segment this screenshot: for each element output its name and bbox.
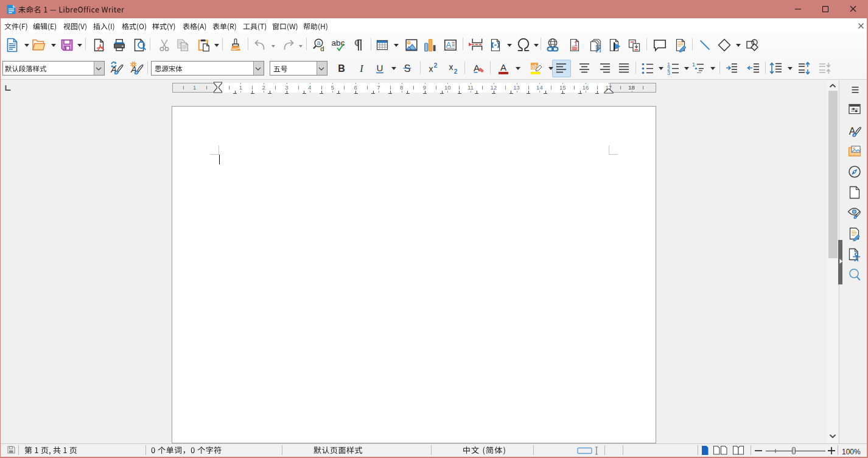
svg-text:U: U: [377, 63, 383, 73]
svg-text:x: x: [449, 62, 453, 72]
svg-text:d: d: [320, 45, 324, 52]
svg-text:A: A: [474, 63, 480, 73]
svg-text:2: 2: [434, 62, 438, 69]
svg-text:1: 1: [692, 62, 695, 68]
svg-text:[i]: [i]: [595, 44, 601, 52]
svg-text:2: 2: [454, 68, 458, 75]
svg-text:A: A: [446, 41, 452, 49]
svg-text:3: 3: [667, 70, 670, 76]
svg-text:x: x: [429, 64, 433, 74]
svg-text:B: B: [338, 63, 345, 74]
svg-text:A: A: [500, 62, 506, 72]
svg-text:I: I: [359, 63, 363, 74]
